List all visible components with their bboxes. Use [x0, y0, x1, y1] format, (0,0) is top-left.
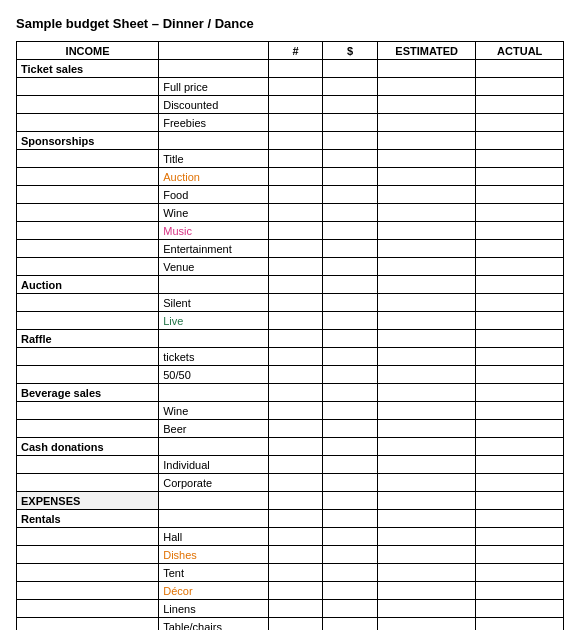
row-sub-label: Individual — [159, 456, 268, 474]
row-cell-3 — [476, 294, 564, 312]
table-row: Dishes — [17, 546, 564, 564]
header-actual: ACTUAL — [476, 42, 564, 60]
row-main-label — [17, 348, 159, 366]
row-main-label — [17, 222, 159, 240]
row-cell-2 — [377, 474, 475, 492]
table-row: Auction — [17, 276, 564, 294]
table-row: Ticket sales — [17, 60, 564, 78]
row-cell-0 — [268, 222, 323, 240]
row-cell-2 — [377, 510, 475, 528]
row-main-label — [17, 78, 159, 96]
row-cell-2 — [377, 78, 475, 96]
row-cell-1 — [323, 168, 378, 186]
row-main-label — [17, 582, 159, 600]
row-cell-2 — [377, 222, 475, 240]
row-cell-0 — [268, 240, 323, 258]
row-cell-2 — [377, 276, 475, 294]
row-cell-0 — [268, 456, 323, 474]
budget-table: INCOME # $ ESTIMATED ACTUAL Ticket sales… — [16, 41, 564, 630]
row-sub-label — [159, 384, 268, 402]
row-cell-0 — [268, 204, 323, 222]
header-sub — [159, 42, 268, 60]
table-row: Linens — [17, 600, 564, 618]
row-cell-1 — [323, 312, 378, 330]
row-cell-2 — [377, 312, 475, 330]
row-main-label — [17, 420, 159, 438]
row-cell-3 — [476, 456, 564, 474]
row-cell-1 — [323, 366, 378, 384]
row-cell-0 — [268, 600, 323, 618]
table-row: Music — [17, 222, 564, 240]
table-row: Cash donations — [17, 438, 564, 456]
row-cell-3 — [476, 366, 564, 384]
row-sub-label — [159, 330, 268, 348]
row-cell-1 — [323, 564, 378, 582]
row-cell-0 — [268, 114, 323, 132]
row-main-label — [17, 240, 159, 258]
row-sub-label: Décor — [159, 582, 268, 600]
row-sub-label — [159, 510, 268, 528]
row-cell-0 — [268, 420, 323, 438]
row-cell-1 — [323, 186, 378, 204]
row-sub-label — [159, 492, 268, 510]
row-sub-label: Freebies — [159, 114, 268, 132]
table-row: Freebies — [17, 114, 564, 132]
row-sub-label: tickets — [159, 348, 268, 366]
row-cell-0 — [268, 96, 323, 114]
row-sub-label — [159, 132, 268, 150]
row-cell-3 — [476, 384, 564, 402]
row-cell-0 — [268, 258, 323, 276]
row-cell-0 — [268, 186, 323, 204]
row-cell-1 — [323, 384, 378, 402]
row-cell-3 — [476, 204, 564, 222]
row-sub-label: Venue — [159, 258, 268, 276]
row-cell-1 — [323, 78, 378, 96]
row-cell-1 — [323, 618, 378, 631]
row-main-label — [17, 618, 159, 631]
table-row: Title — [17, 150, 564, 168]
table-row: Wine — [17, 204, 564, 222]
table-row: Discounted — [17, 96, 564, 114]
row-cell-3 — [476, 186, 564, 204]
row-main-label — [17, 456, 159, 474]
row-main-label: Sponsorships — [17, 132, 159, 150]
row-main-label — [17, 564, 159, 582]
row-cell-1 — [323, 96, 378, 114]
table-row: 50/50 — [17, 366, 564, 384]
row-cell-3 — [476, 420, 564, 438]
row-cell-3 — [476, 618, 564, 631]
row-cell-0 — [268, 384, 323, 402]
table-row: Food — [17, 186, 564, 204]
row-sub-label: Dishes — [159, 546, 268, 564]
header-hash: # — [268, 42, 323, 60]
row-main-label — [17, 204, 159, 222]
row-cell-0 — [268, 528, 323, 546]
row-cell-0 — [268, 510, 323, 528]
row-cell-2 — [377, 600, 475, 618]
row-cell-1 — [323, 60, 378, 78]
row-cell-3 — [476, 474, 564, 492]
row-cell-3 — [476, 348, 564, 366]
row-sub-label: Title — [159, 150, 268, 168]
row-cell-2 — [377, 330, 475, 348]
table-row: Raffle — [17, 330, 564, 348]
row-cell-1 — [323, 528, 378, 546]
table-row: Rentals — [17, 510, 564, 528]
header-income: INCOME — [17, 42, 159, 60]
row-cell-0 — [268, 582, 323, 600]
row-sub-label: Entertainment — [159, 240, 268, 258]
row-cell-3 — [476, 528, 564, 546]
row-cell-2 — [377, 96, 475, 114]
row-cell-0 — [268, 438, 323, 456]
row-cell-3 — [476, 132, 564, 150]
row-cell-2 — [377, 348, 475, 366]
row-cell-1 — [323, 492, 378, 510]
row-cell-1 — [323, 456, 378, 474]
row-cell-1 — [323, 294, 378, 312]
row-cell-1 — [323, 222, 378, 240]
row-cell-0 — [268, 132, 323, 150]
row-cell-3 — [476, 276, 564, 294]
table-row: Corporate — [17, 474, 564, 492]
row-cell-1 — [323, 276, 378, 294]
row-cell-2 — [377, 492, 475, 510]
